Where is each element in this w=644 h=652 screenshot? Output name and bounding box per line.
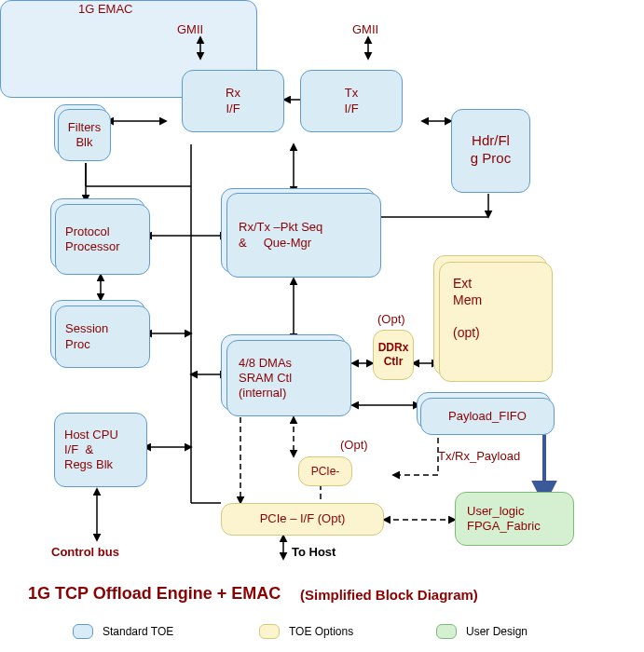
- pcie-small-text: PCIe-: [311, 465, 340, 479]
- host-cpu-text: Host CPU I/F & Regs Blk: [64, 428, 118, 473]
- control-bus-label: Control bus: [51, 545, 119, 559]
- ext-mem-text: Ext Mem (opt): [453, 276, 482, 341]
- host-cpu-block: Host CPU I/F & Regs Blk: [54, 413, 147, 487]
- diagram-canvas: GMII GMII 1G EMAC Rx I/F Tx I/F Filters …: [0, 0, 644, 652]
- legend-std-swatch: [73, 624, 93, 639]
- payload-fifo-text: Payload_FIFO: [448, 409, 527, 424]
- legend-std-label: Standard TOE: [103, 625, 173, 638]
- hdr-flg-text: Hdr/Fl g Proc: [471, 132, 511, 168]
- gmii-left-label: GMII: [177, 22, 203, 36]
- pcie-if-block: PCIe – I/F (Opt): [221, 503, 384, 536]
- protocol-processor-block: Protocol Processor: [55, 204, 150, 275]
- emac-title: 1G EMAC: [78, 2, 133, 16]
- hdr-flg-block: Hdr/Fl g Proc: [451, 109, 530, 193]
- pcie-small-block: PCIe-: [298, 456, 352, 486]
- diagram-title-sub: (Simplified Block Diagram): [300, 587, 478, 603]
- user-logic-block: User_logic FPGA_Fabric: [455, 492, 574, 546]
- ddrx-ctlr-block: DDRx Ctlr: [373, 330, 414, 380]
- to-host-label: To Host: [292, 545, 336, 559]
- dmas-text: 4/8 DMAs SRAM Ctl (internal): [239, 356, 292, 401]
- legend-user-label: User Design: [466, 625, 528, 638]
- legend-opt-swatch: [259, 624, 280, 639]
- ext-mem-block: Ext Mem (opt): [439, 262, 553, 382]
- rx-if-text: Rx I/F: [226, 86, 240, 116]
- diagram-title-main: 1G TCP Offload Engine + EMAC: [28, 584, 281, 604]
- pkt-seq-block: Rx/Tx –Pkt Seq & Que-Mgr: [226, 193, 381, 278]
- opt-label-2: (Opt): [340, 438, 368, 452]
- filters-text: Filters Blk: [68, 120, 101, 151]
- ddrx-ctlr-text: DDRx Ctlr: [378, 341, 409, 369]
- dmas-block: 4/8 DMAs SRAM Ctl (internal): [226, 340, 351, 416]
- tx-if-block: Tx I/F: [300, 70, 403, 132]
- protocol-processor-text: Protocol Processor: [65, 224, 120, 255]
- payload-fifo-block: Payload_FIFO: [420, 398, 555, 435]
- user-logic-text: User_logic FPGA_Fabric: [467, 504, 541, 535]
- opt-label-1: (Opt): [377, 312, 405, 326]
- filters-block: Filters Blk: [58, 109, 111, 161]
- rx-if-block: Rx I/F: [182, 70, 284, 132]
- tx-if-text: Tx I/F: [344, 86, 358, 116]
- session-proc-block: Session Proc: [55, 306, 150, 368]
- pkt-seq-text: Rx/Tx –Pkt Seq & Que-Mgr: [239, 220, 322, 251]
- legend-opt-label: TOE Options: [289, 625, 353, 638]
- txrx-payload-label: Tx/Rx_Payload: [438, 449, 520, 463]
- gmii-right-label: GMII: [352, 22, 378, 36]
- session-proc-text: Session Proc: [65, 321, 108, 352]
- legend-user-swatch: [436, 624, 457, 639]
- pcie-if-text: PCIe – I/F (Opt): [260, 511, 346, 526]
